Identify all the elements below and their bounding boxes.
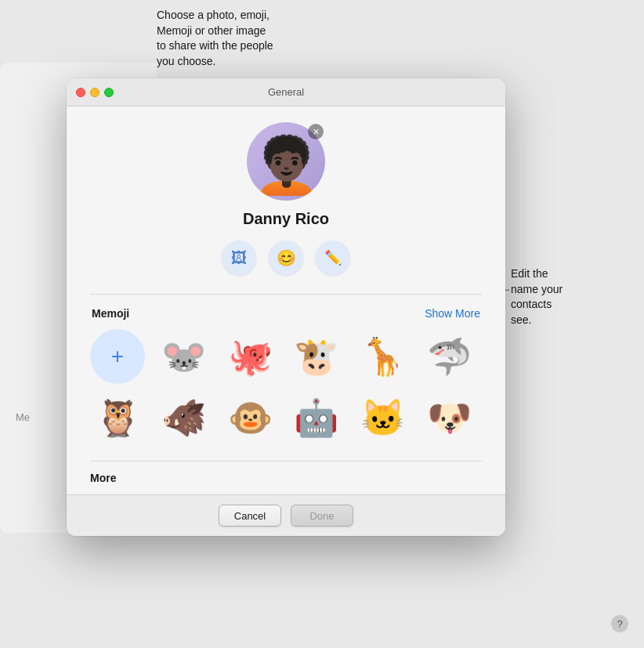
- emoji-button[interactable]: 😊: [269, 241, 303, 275]
- divider: [90, 294, 482, 295]
- dialog-footer: Cancel Done: [67, 494, 505, 536]
- add-memoji-button[interactable]: +: [90, 329, 145, 384]
- memoji-label: Memoji: [92, 307, 129, 320]
- avatar-remove-button[interactable]: ✕: [308, 124, 324, 139]
- user-name: Danny Rico: [243, 210, 329, 228]
- more-label: More: [90, 472, 116, 484]
- memoji-cow[interactable]: 🐮: [289, 329, 344, 384]
- memoji-boar[interactable]: 🐗: [157, 390, 212, 445]
- divider-2: [90, 461, 482, 462]
- memoji-section-header: Memoji Show More: [90, 307, 482, 320]
- show-more-link[interactable]: Show More: [425, 307, 480, 320]
- cancel-button[interactable]: Cancel: [219, 505, 281, 527]
- edit-name-button[interactable]: ✏️: [316, 241, 350, 275]
- photo-icon: 🖼: [231, 249, 247, 267]
- close-button[interactable]: [76, 88, 85, 97]
- memoji-cat[interactable]: 🐱: [356, 390, 411, 445]
- avatar-memoji: 🧑🏿‍🦱: [252, 138, 320, 193]
- top-annotation: Choose a photo, emoji, Memoji or other i…: [157, 8, 313, 69]
- memoji-owl[interactable]: 🦉: [90, 390, 145, 445]
- done-button[interactable]: Done: [291, 505, 353, 527]
- avatar-container: 🧑🏿‍🦱 ✕: [247, 122, 325, 201]
- photo-button[interactable]: 🖼: [222, 241, 256, 275]
- emoji-grid: + 🐭 🐙 🐮 🦒 🦈 🦉 🐗 🐵 🤖 🐱 🐶: [90, 329, 482, 445]
- dialog-content: 🧑🏿‍🦱 ✕ Danny Rico 🖼 😊 ✏️ Memoji Show Mor…: [67, 107, 505, 494]
- traffic-lights: [76, 88, 114, 97]
- pencil-icon: ✏️: [324, 249, 342, 266]
- maximize-button[interactable]: [104, 88, 114, 97]
- memoji-giraffe[interactable]: 🦒: [356, 329, 411, 384]
- memoji-robot[interactable]: 🤖: [289, 390, 344, 445]
- memoji-shark[interactable]: 🦈: [421, 329, 476, 384]
- window-title: General: [268, 86, 304, 98]
- memoji-monkey[interactable]: 🐵: [223, 390, 277, 445]
- titlebar: General: [67, 78, 505, 107]
- more-section: More: [90, 465, 482, 494]
- help-button[interactable]: ?: [611, 615, 628, 632]
- memoji-octopus[interactable]: 🐙: [223, 329, 277, 384]
- action-buttons: 🖼 😊 ✏️: [222, 241, 350, 275]
- memoji-mouse[interactable]: 🐭: [157, 329, 212, 384]
- main-dialog: General 🧑🏿‍🦱 ✕ Danny Rico 🖼 😊 ✏️: [67, 78, 505, 536]
- memoji-dog[interactable]: 🐶: [421, 390, 476, 445]
- sidebar-me-label: Me: [16, 411, 30, 423]
- emoji-icon: 😊: [277, 248, 296, 267]
- right-annotation: Edit the name your contacts see.: [511, 266, 613, 328]
- minimize-button[interactable]: [90, 88, 99, 97]
- memoji-section: Memoji Show More + 🐭 🐙 🐮 🦒 🦈 🦉 🐗 🐵 🤖 🐱 🐶: [90, 298, 482, 458]
